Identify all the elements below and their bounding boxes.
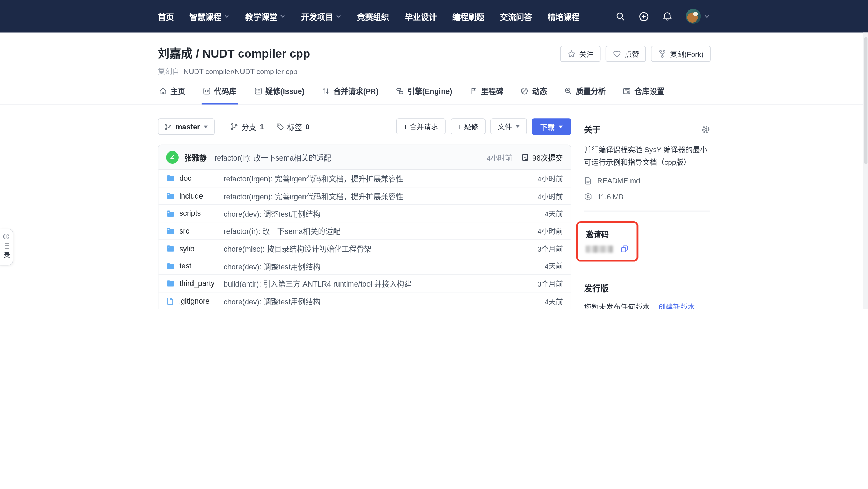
create-release-link[interactable]: 创建新版本: [658, 303, 695, 309]
invite-code-box: 邀请码: [576, 221, 638, 262]
repo-description: 并行编译课程实验 SysY 编译器的最小可运行示例和指导文档（cpp版）: [584, 143, 710, 169]
file-commit-message[interactable]: refactor(ir): 改一下sema相关的适配: [224, 225, 531, 237]
chevron-down-icon: [224, 13, 229, 19]
bell-icon[interactable]: [663, 12, 672, 21]
star-icon: [568, 50, 576, 58]
repo-size: 11.6 MB: [584, 193, 710, 201]
code-icon: [203, 87, 211, 95]
nav-item-graduation[interactable]: 毕业设计: [405, 10, 437, 22]
divider: [584, 211, 710, 212]
toc-drawer-handle[interactable]: 目录: [0, 229, 13, 266]
folder-icon: [166, 279, 175, 288]
heart-icon: [613, 50, 621, 58]
new-issue-button[interactable]: + 疑修: [451, 118, 486, 134]
quality-analysis-icon: [564, 87, 572, 95]
tab-pull-requests[interactable]: 合并请求(PR): [321, 85, 380, 104]
search-icon[interactable]: [615, 12, 625, 21]
nav-item-qa[interactable]: 交流问答: [500, 10, 532, 22]
tag-icon: [276, 123, 284, 131]
table-row[interactable]: scripts chore(dev): 调整test用例结构 4天前: [158, 205, 571, 222]
toolbar-buttons: + 合并请求 + 疑修 文件 下载: [396, 118, 571, 135]
table-row[interactable]: src refactor(ir): 改一下sema相关的适配 4小时前: [158, 222, 571, 240]
file-name[interactable]: .gitignore: [179, 297, 210, 305]
nav-item-premium-courses[interactable]: 精培课程: [547, 10, 579, 22]
file-time: 4小时前: [537, 173, 563, 184]
table-row[interactable]: include refactor(irgen): 完善irgen代码和文档，提升…: [158, 187, 571, 205]
file-time: 4天前: [545, 261, 563, 271]
activity-icon: [520, 87, 529, 95]
nav-item-teaching[interactable]: 教学课堂: [245, 10, 286, 22]
nav-item-home[interactable]: 首页: [158, 10, 174, 22]
file-name[interactable]: include: [179, 192, 203, 200]
tags-stat[interactable]: 标签 0: [276, 121, 310, 132]
fork-button[interactable]: 复刻(Fork): [651, 46, 711, 62]
copy-icon[interactable]: [620, 245, 629, 253]
nav-item-competitions[interactable]: 竞赛组织: [357, 10, 389, 22]
file-commit-message[interactable]: chore(dev): 调整test用例结构: [224, 208, 538, 219]
branch-icon: [165, 123, 172, 131]
readme-link[interactable]: README.md: [584, 177, 710, 185]
branch-icon: [231, 123, 238, 131]
document-icon: [584, 177, 592, 185]
branch-selector[interactable]: master: [158, 118, 215, 135]
folder-icon: [166, 227, 175, 235]
file-commit-message[interactable]: chore(misc): 按目录结构设计初始化工程骨架: [224, 243, 531, 254]
home-icon: [159, 87, 167, 95]
plus-circle-icon[interactable]: [639, 11, 649, 21]
new-pr-button[interactable]: + 合并请求: [396, 118, 445, 134]
pull-request-icon: [322, 87, 330, 95]
commits-count-link[interactable]: 98次提交: [521, 151, 563, 163]
fork-prefix: 复刻自: [158, 67, 180, 76]
file-commit-message[interactable]: build(antlr): 引入第三方 ANTLR4 runtime/tool …: [224, 278, 531, 289]
commit-message[interactable]: refactor(ir): 改一下sema相关的适配: [214, 151, 331, 163]
nav-item-smart-courses[interactable]: 智慧课程: [189, 10, 230, 22]
tab-code[interactable]: 代码库: [202, 85, 238, 104]
file-name[interactable]: doc: [179, 174, 191, 183]
releases-empty-text: 您暂未发布任何版本: [584, 303, 650, 309]
user-menu[interactable]: [686, 9, 710, 24]
files-menu-button[interactable]: 文件: [490, 118, 527, 134]
star-button[interactable]: 点赞: [606, 46, 646, 62]
gear-icon[interactable]: [701, 125, 710, 133]
latest-commit-row: Z 张雅静 refactor(ir): 改一下sema相关的适配 4小时前 98…: [158, 145, 571, 170]
repo-toolbar: master 分支 1 标签 0 + 合并请求: [158, 118, 571, 135]
file-name[interactable]: test: [179, 262, 191, 270]
tab-home[interactable]: 主页: [158, 85, 187, 104]
tab-quality[interactable]: 质量分析: [563, 85, 607, 104]
branches-stat[interactable]: 分支 1: [231, 121, 264, 132]
file-icon: [166, 297, 174, 305]
nav-item-coding-practice[interactable]: 编程刷题: [452, 10, 484, 22]
commit-author-avatar[interactable]: Z: [166, 151, 178, 163]
chevron-down-icon: [703, 13, 710, 20]
page: 首页 智慧课程 教学课堂 开发项目 竞赛组织 毕业设计 编程刷题 交流问答 精培…: [0, 0, 868, 309]
watch-button[interactable]: 关注: [560, 46, 601, 62]
download-button[interactable]: 下载: [532, 118, 571, 135]
tab-activity[interactable]: 动态: [519, 85, 548, 104]
file-name[interactable]: src: [179, 227, 189, 235]
repo-actions: 关注 点赞 复刻(Fork): [560, 46, 711, 62]
file-name[interactable]: scripts: [179, 209, 201, 217]
folder-icon: [166, 261, 175, 270]
tab-settings[interactable]: 仓库设置: [622, 85, 665, 104]
file-name[interactable]: sylib: [179, 244, 194, 253]
nav-item-dev-projects[interactable]: 开发项目: [301, 10, 342, 22]
content-column: master 分支 1 标签 0 + 合并请求: [158, 118, 571, 309]
file-commit-message[interactable]: refactor(irgen): 完善irgen代码和文档，提升扩展兼容性: [224, 190, 531, 201]
file-commit-message[interactable]: refactor(irgen): 完善irgen代码和文档，提升扩展兼容性: [224, 173, 531, 184]
file-name[interactable]: third_party: [179, 279, 214, 288]
scrollbar-thumb[interactable]: [864, 37, 867, 164]
commit-author[interactable]: 张雅静: [184, 151, 207, 163]
table-row[interactable]: doc refactor(irgen): 完善irgen代码和文档，提升扩展兼容…: [158, 170, 571, 187]
table-row[interactable]: test chore(dev): 调整test用例结构 4天前: [158, 258, 571, 275]
fork-source-link[interactable]: NUDT compiler/NUDT compiler cpp: [184, 67, 298, 76]
table-row[interactable]: third_party build(antlr): 引入第三方 ANTLR4 r…: [158, 275, 571, 292]
tab-engine[interactable]: 引擎(Engine): [395, 85, 453, 104]
repo-settings-icon: [623, 87, 631, 95]
tab-issues[interactable]: 疑修(Issue): [253, 85, 305, 104]
table-row[interactable]: .gitignore chore(dev): 调整test用例结构 4天前: [158, 292, 571, 309]
file-commit-message[interactable]: chore(dev): 调整test用例结构: [224, 296, 538, 307]
table-row[interactable]: sylib chore(misc): 按目录结构设计初始化工程骨架 3个月前: [158, 240, 571, 257]
file-commit-message[interactable]: chore(dev): 调整test用例结构: [224, 260, 538, 272]
tab-milestones[interactable]: 里程碑: [468, 85, 504, 104]
file-browser: Z 张雅静 refactor(ir): 改一下sema相关的适配 4小时前 98…: [158, 145, 571, 309]
